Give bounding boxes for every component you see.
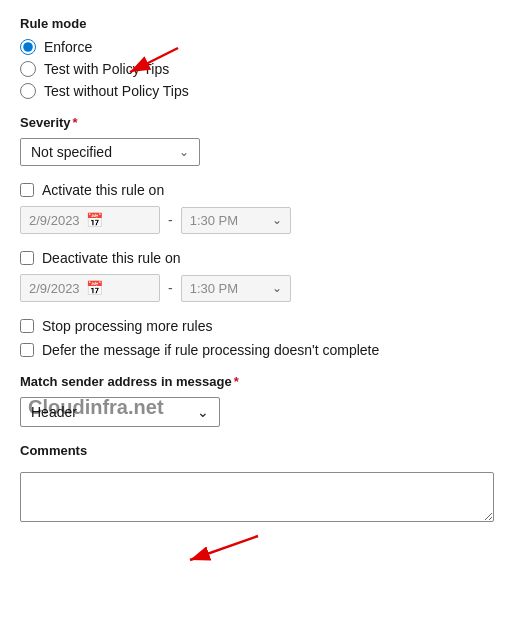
activate-calendar-icon: 📅 — [86, 212, 103, 228]
defer-message-row: Defer the message if rule processing doe… — [20, 342, 494, 358]
deactivate-checkbox[interactable] — [20, 251, 34, 265]
severity-label: Severity* — [20, 115, 494, 130]
svg-line-3 — [190, 536, 258, 560]
comments-label: Comments — [20, 443, 494, 458]
radio-enforce-label: Enforce — [44, 39, 92, 55]
deactivate-time-input[interactable]: 1:30 PM ⌄ — [181, 275, 291, 302]
comments-section: Comments — [20, 443, 494, 525]
activate-date-value: 2/9/2023 — [29, 213, 80, 228]
match-sender-chevron-icon: ⌄ — [197, 404, 209, 420]
deactivate-label: Deactivate this rule on — [42, 250, 181, 266]
activate-time-value: 1:30 PM — [190, 213, 238, 228]
activate-checkbox-row: Activate this rule on — [20, 182, 494, 198]
comments-textarea[interactable] — [20, 472, 494, 522]
activate-checkbox[interactable] — [20, 183, 34, 197]
deactivate-calendar-icon: 📅 — [86, 280, 103, 296]
rule-mode-label: Rule mode — [20, 16, 494, 31]
match-sender-value: Header — [31, 404, 77, 420]
radio-test-without-tips-label: Test without Policy Tips — [44, 83, 189, 99]
match-sender-dropdown[interactable]: Header ⌄ — [20, 397, 220, 427]
stop-processing-row: Stop processing more rules — [20, 318, 494, 334]
deactivate-dash: - — [168, 280, 173, 296]
activate-date-time-row: 2/9/2023 📅 - 1:30 PM ⌄ — [20, 206, 494, 234]
severity-required: * — [73, 115, 78, 130]
radio-enforce-input[interactable] — [20, 39, 36, 55]
activate-date-input[interactable]: 2/9/2023 📅 — [20, 206, 160, 234]
rule-mode-group: Enforce Test with Policy Tips Test witho… — [20, 39, 494, 99]
match-sender-label: Match sender address in message* — [20, 374, 494, 389]
defer-message-checkbox[interactable] — [20, 343, 34, 357]
deactivate-checkbox-row: Deactivate this rule on — [20, 250, 494, 266]
activate-rule-section: Activate this rule on 2/9/2023 📅 - 1:30 … — [20, 182, 494, 234]
radio-test-without-tips-input[interactable] — [20, 83, 36, 99]
activate-label: Activate this rule on — [42, 182, 164, 198]
deactivate-rule-section: Deactivate this rule on 2/9/2023 📅 - 1:3… — [20, 250, 494, 302]
severity-value: Not specified — [31, 144, 112, 160]
stop-processing-label: Stop processing more rules — [42, 318, 212, 334]
deactivate-time-chevron-icon: ⌄ — [272, 281, 282, 295]
severity-dropdown[interactable]: Not specified ⌄ — [20, 138, 200, 166]
defer-message-label: Defer the message if rule processing doe… — [42, 342, 379, 358]
radio-test-without-tips[interactable]: Test without Policy Tips — [20, 83, 494, 99]
severity-chevron-icon: ⌄ — [179, 145, 189, 159]
deactivate-date-time-row: 2/9/2023 📅 - 1:30 PM ⌄ — [20, 274, 494, 302]
deactivate-date-input[interactable]: 2/9/2023 📅 — [20, 274, 160, 302]
activate-dash: - — [168, 212, 173, 228]
radio-test-with-tips-input[interactable] — [20, 61, 36, 77]
radio-test-with-tips-label: Test with Policy Tips — [44, 61, 169, 77]
match-sender-section: Match sender address in message* Header … — [20, 374, 494, 427]
activate-time-chevron-icon: ⌄ — [272, 213, 282, 227]
activate-time-input[interactable]: 1:30 PM ⌄ — [181, 207, 291, 234]
stop-processing-checkbox[interactable] — [20, 319, 34, 333]
match-sender-required: * — [234, 374, 239, 389]
deactivate-time-value: 1:30 PM — [190, 281, 238, 296]
severity-section: Severity* Not specified ⌄ — [20, 115, 494, 166]
deactivate-date-value: 2/9/2023 — [29, 281, 80, 296]
radio-enforce[interactable]: Enforce — [20, 39, 494, 55]
radio-test-with-tips[interactable]: Test with Policy Tips — [20, 61, 494, 77]
